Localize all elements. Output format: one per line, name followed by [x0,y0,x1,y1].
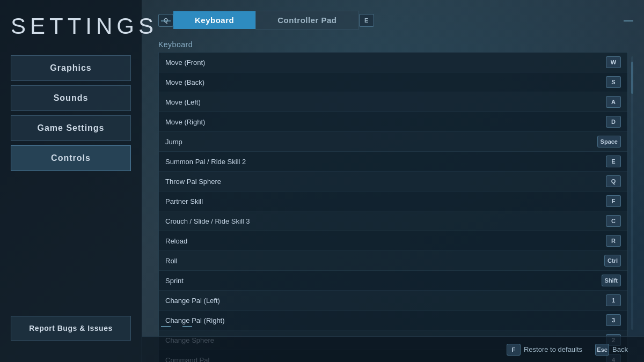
key-badge[interactable]: W [606,56,621,68]
key-badge[interactable]: D [606,116,621,128]
key-badge[interactable]: Ctrl [604,255,621,267]
table-row[interactable]: SprintShift [159,271,627,291]
action-label: Crouch / Slide / Ride Skill 3 [165,217,250,225]
table-row[interactable]: Summon Pal / Ride Skill 2E [159,152,627,172]
sidebar-item-game-settings[interactable]: Game Settings [11,115,131,141]
action-label: Move (Left) [165,98,201,106]
action-label: Throw Pal Sphere [165,178,221,186]
bottom-bar: F Restore to defaults Esc Back [142,336,644,362]
action-label: Jump [165,138,182,146]
corner-dash-tl: — [161,15,171,26]
key-badge[interactable]: A [606,96,621,108]
corner-dash-tr: — [624,15,633,26]
report-bugs-button[interactable]: Report Bugs & Issues [11,316,131,341]
key-badge[interactable]: Space [597,136,621,147]
back-key-badge: Esc [595,344,609,356]
key-badge[interactable]: E [606,156,621,167]
key-badge[interactable]: F [606,195,621,207]
action-label: Reload [165,237,187,245]
nav-buttons: Graphics Sounds Game Settings Controls [11,55,131,316]
table-row[interactable]: JumpSpace [159,132,627,152]
table-row[interactable]: Change Pal (Right)3 [159,311,627,330]
action-label: Partner Skill [165,197,203,205]
table-row[interactable]: Move (Right)D [159,112,627,132]
back-label: Back [612,345,628,353]
sidebar-item-controls[interactable]: Controls [11,145,131,171]
key-badge[interactable]: Shift [602,275,621,286]
keybindings-table: Move (Front)WMove (Back)SMove (Left)AMov… [158,52,628,362]
action-label: Move (Right) [165,118,205,126]
page-title: SETTINGS [11,13,131,39]
table-row[interactable]: Throw Pal SphereQ [159,172,627,191]
sidebar-item-graphics[interactable]: Graphics [11,55,131,81]
section-header: Keyboard [158,40,628,49]
action-label: Move (Back) [165,78,204,86]
key-badge[interactable]: 3 [606,314,621,326]
key-badge[interactable]: 1 [606,294,621,306]
key-badge[interactable]: Q [606,175,621,187]
table-row[interactable]: Move (Left)A [159,92,627,112]
action-label: Roll [165,257,177,265]
restore-key-badge: F [507,344,521,356]
scrollbar-thumb[interactable] [631,62,633,94]
sidebar-item-sounds[interactable]: Sounds [11,85,131,111]
table-row[interactable]: Change Pal (Left)1 [159,291,627,311]
back-action: Esc Back [595,344,628,356]
table-row[interactable]: Partner SkillF [159,191,627,211]
table-row[interactable]: RollCtrl [159,251,627,271]
scrollbar-track[interactable] [631,56,633,330]
restore-defaults-label: Restore to defaults [524,345,582,353]
key-badge[interactable]: S [606,76,621,88]
table-row[interactable]: Crouch / Slide / Ride Skill 3C [159,211,627,231]
action-label: Change Pal (Left) [165,297,220,305]
action-label: Move (Front) [165,58,205,67]
corner-dash-br-s: — [182,321,192,332]
key-badge[interactable]: R [606,235,621,247]
e-key-badge: E [359,14,374,27]
tab-controller-pad[interactable]: Controller Pad [255,11,358,29]
action-label: Summon Pal / Ride Skill 2 [165,158,246,166]
action-label: Change Pal (Right) [165,316,225,324]
corner-dash-bl: — [161,321,171,332]
tab-bar: Q Keyboard Controller Pad E [158,11,628,29]
key-badge[interactable]: C [606,215,621,227]
table-row[interactable]: Move (Back)S [159,72,627,92]
table-row[interactable]: Move (Front)W [159,53,627,72]
sidebar: SETTINGS Graphics Sounds Game Settings C… [0,0,142,362]
action-label: Sprint [165,277,184,285]
table-row[interactable]: ReloadR [159,231,627,251]
tab-keyboard[interactable]: Keyboard [173,11,255,29]
main-content: Q Keyboard Controller Pad E Keyboard Mov… [142,0,644,362]
restore-defaults-action: F Restore to defaults [507,344,582,356]
